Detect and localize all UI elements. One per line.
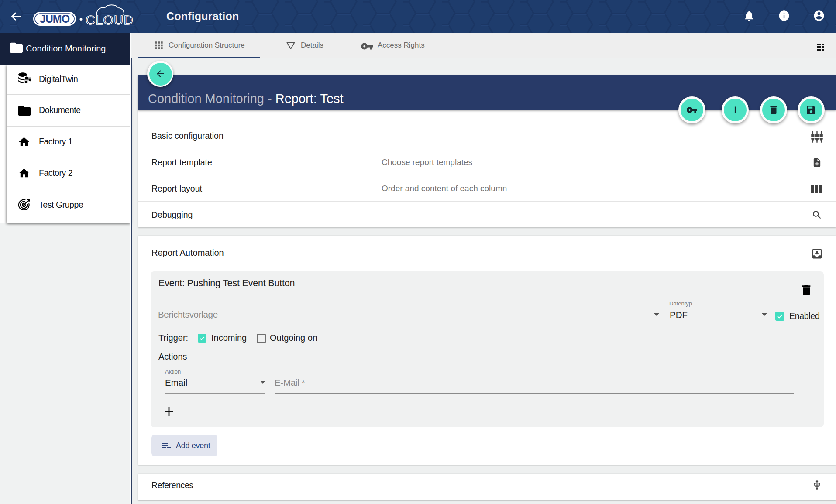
svg-text:CLOUD: CLOUD: [86, 13, 134, 27]
svg-text:JUMO: JUMO: [40, 13, 70, 25]
